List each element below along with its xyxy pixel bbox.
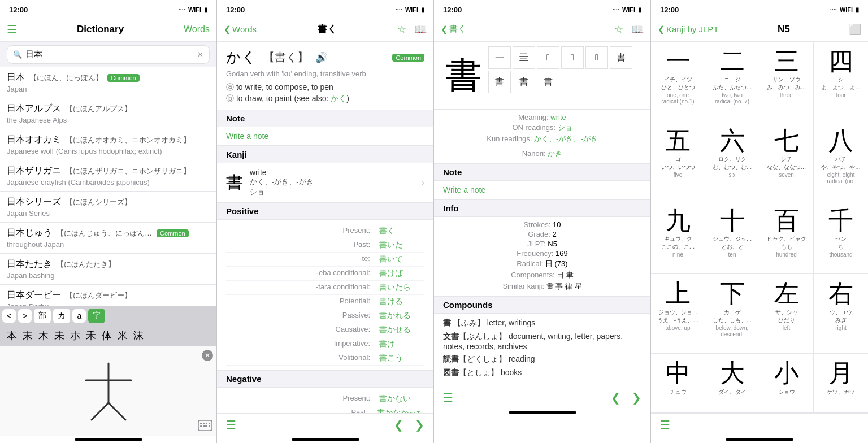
book-icon-2[interactable]: 📖 — [414, 23, 427, 36]
keyboard-icon[interactable] — [198, 420, 212, 433]
jlpt-cell[interactable]: 大 ダイ、タイ — [705, 354, 760, 413]
audio-icon[interactable]: 🔊 — [315, 51, 328, 64]
jlpt-cell[interactable]: 上 ジョウ、ショ…うえ、-うえ、… above, up — [651, 274, 705, 354]
jlpt-cell[interactable]: 右 ウ、ユウみぎ right — [814, 274, 868, 354]
list-item[interactable]: 日本オオカミ 【にほんオオカミ、ニホンオオカミ】 Japanese wolf (… — [0, 129, 216, 160]
meaning-b: ⓑ to draw, to paint (see also: かく) — [226, 94, 424, 104]
stroke-drawing — [75, 355, 142, 428]
stroke-frame: 𠀓 — [537, 46, 559, 69]
back-button-3[interactable]: ❮ 書く — [441, 24, 466, 34]
nav-icons-2: ☆ 📖 — [397, 23, 427, 36]
svg-rect-9 — [200, 425, 202, 427]
jlpt-grid: 一 イチ、イツひと、ひとつ one, oneradical (no.1) 二 ニ… — [651, 42, 868, 413]
kb-kana-tab[interactable]: カ — [53, 309, 70, 323]
menu-icon-3[interactable]: ☰ — [443, 391, 453, 405]
back-button-4[interactable]: ❮ Kanji by JLPT — [658, 24, 719, 34]
word-list: 日本 【にほん、にっぽん】 Common Japan 日本アルプス 【にほんアル… — [0, 67, 216, 306]
info-section: Strokes: 10 Grade: 2 JLPT: N5 Frequency:… — [434, 217, 650, 296]
svg-line-3 — [108, 403, 125, 420]
kb-prev-btn[interactable]: < — [2, 309, 16, 323]
jlpt-cell[interactable]: 中 チュウ — [651, 354, 705, 413]
next-btn-2[interactable]: ❯ — [415, 418, 424, 432]
hamburger-icon[interactable]: ☰ — [7, 23, 17, 36]
compound-item[interactable]: 文書【ぶんしょ】 document, writing, letter, pape… — [443, 332, 641, 351]
jlpt-cell[interactable]: 六 ロク、リクむ、むつ、む… six — [705, 121, 760, 201]
stroke-frame: 書 — [513, 71, 535, 93]
prev-btn-2[interactable]: ❮ — [394, 418, 403, 432]
list-item[interactable]: 日本シリーズ 【にほんシリーズ】 Japan Series — [0, 192, 216, 223]
nav-bar-1: ☰ Dictionary Words — [0, 17, 216, 42]
book-icon-3[interactable]: 📖 — [631, 23, 644, 36]
list-item[interactable]: 日本アルプス 【にほんアルプス】 the Japanese Alps — [0, 98, 216, 129]
info-row: Components: 日 聿 — [443, 270, 641, 280]
bookmark-icon-2[interactable]: ☆ — [397, 23, 406, 36]
jlpt-cell[interactable]: 百 ヒャク、ビャクもも hundred — [760, 201, 814, 275]
jlpt-cell[interactable]: 四 シよ、よつ、よ… four — [814, 42, 868, 121]
share-icon-4[interactable]: ⬜ — [849, 23, 861, 36]
jlpt-cell[interactable]: 小 ショウ — [760, 354, 814, 413]
prev-btn-3[interactable]: ❮ — [611, 391, 620, 405]
nanori-row: Nanori: かき — [434, 149, 650, 163]
write-note-link-2[interactable]: Write a note — [217, 127, 433, 146]
nav-title-4: N5 — [778, 24, 790, 35]
kb-draw-tab[interactable]: 字 — [88, 309, 105, 323]
status-icons-3: ···· WiFi ▮ — [613, 6, 641, 14]
conj-row-neg: Past: 書かなかった — [226, 406, 424, 413]
kanji-item-2[interactable]: 書 write かく、-がき、-がきショ › — [217, 163, 433, 202]
list-item[interactable]: 日本ダービー 【にほんダービー】 Japan Derby — [0, 285, 216, 306]
time-2: 12:00 — [226, 6, 245, 14]
kb-radical-tab[interactable]: 部 — [34, 309, 51, 323]
list-item[interactable]: 日本じゅう 【にほんじゅう、にっぽん… Common throughout Ja… — [0, 223, 216, 254]
conjugation-negative: Present: 書かない Past: 書かなかった -eba conditio… — [217, 388, 433, 413]
jlpt-cell[interactable]: 下 カ、ゲした、しも、… below, down,descend, — [705, 274, 760, 354]
conj-row: Volitional: 書こう — [226, 351, 424, 366]
compound-item[interactable]: 図書【としょ】 books — [443, 368, 641, 378]
jlpt-cell[interactable]: 一 イチ、イツひと、ひとつ one, oneradical (no.1) — [651, 42, 705, 121]
compounds-list: 書 【ふみ】 letter, writings 文書【ぶんしょ】 documen… — [434, 314, 650, 386]
info-row: Radical: 日 (73) — [443, 259, 641, 269]
jlpt-cell[interactable]: 三 サン、ゾウみ、みつ、み… three — [760, 42, 814, 121]
nav-bar-4: ❮ Kanji by JLPT N5 ⬜ — [651, 17, 868, 42]
nav-title-1: Dictionary — [77, 24, 124, 35]
list-item[interactable]: 日本 【にほん、にっぽん】 Common Japan — [0, 67, 216, 98]
next-btn-3[interactable]: ❯ — [632, 391, 641, 405]
conj-row-neg: Present: 書かない — [226, 392, 424, 406]
write-note-link-3[interactable]: Write a note — [434, 181, 650, 199]
compounds-section-header: Compounds — [434, 296, 650, 314]
note-section-header-3: Note — [434, 163, 650, 181]
jlpt-cell[interactable]: 七 シチなな、ななつ… seven — [760, 121, 814, 201]
menu-icon-4[interactable]: ☰ — [660, 418, 670, 432]
drawing-canvas-area[interactable]: ✕ — [0, 346, 216, 436]
battery-icon-4: ▮ — [856, 6, 859, 14]
compound-item[interactable]: 読書【どくしょ】 reading — [443, 354, 641, 364]
jlpt-cell[interactable]: 千 センち thousand — [814, 201, 868, 275]
jlpt-cell[interactable]: 八 ハチや、やつ、や… eight, eightradical (no. — [814, 121, 868, 201]
info-row: Frequency: 169 — [443, 249, 641, 258]
info-row: JLPT: N5 — [443, 240, 641, 248]
kanji-char-2: 書 — [226, 171, 243, 194]
menu-icon-2[interactable]: ☰ — [226, 418, 236, 432]
svg-rect-6 — [203, 423, 205, 424]
jlpt-cell[interactable]: 九 キュウ、クここの、こ… nine — [651, 201, 705, 275]
jlpt-cell[interactable]: 左 サ、シャひだり left — [760, 274, 814, 354]
search-input-container[interactable]: 🔍 日本 ✕ — [7, 45, 210, 64]
on-reading-row: ON readings: ショ — [443, 123, 641, 133]
back-button-2[interactable]: ❮ Words — [224, 24, 257, 34]
jlpt-cell[interactable]: 二 ニ、ジふた、ふたつ… two, tworadical (no. 7) — [705, 42, 760, 121]
big-kanji: 書 — [441, 46, 486, 105]
kanji-strokes-header: 書 一 亖 𠀓 𠁣 𦘕 書 書 書 書 — [434, 42, 650, 110]
bookmark-icon-3[interactable]: ☆ — [614, 23, 623, 36]
words-button[interactable]: Words — [184, 24, 210, 34]
jlpt-cell[interactable]: 十 ジュウ、ジッ…とお、と ten — [705, 201, 760, 275]
kb-next-btn[interactable]: > — [18, 309, 32, 323]
word-detail-scroll: かく 【書く】 🔊 Common Godan verb with 'ku' en… — [217, 42, 433, 413]
clear-icon[interactable]: ✕ — [197, 50, 203, 59]
jlpt-cell[interactable]: 五 ゴいつ、いつつ five — [651, 121, 705, 201]
compound-item[interactable]: 書 【ふみ】 letter, writings — [443, 318, 641, 328]
drawing-close-btn[interactable]: ✕ — [202, 350, 213, 361]
list-item[interactable]: 日本たたき 【にほんたたき】 Japan bashing — [0, 254, 216, 285]
kanji-section-header: Kanji — [217, 146, 433, 163]
list-item[interactable]: 日本ザリガニ 【にほんザリガニ、ニホンザリガニ】 Japanese crayfi… — [0, 160, 216, 192]
kb-alpha-tab[interactable]: a — [72, 309, 86, 323]
jlpt-cell[interactable]: 月 ゲツ、ガツ — [814, 354, 868, 413]
